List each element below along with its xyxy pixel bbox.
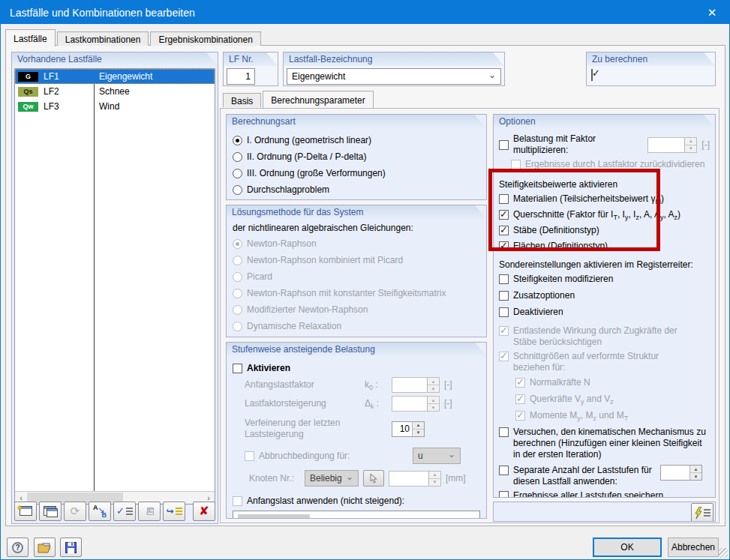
renumber-loadcases-button	[64, 502, 86, 521]
list-item-lf1[interactable]: G LF1 Eigengewicht	[15, 69, 215, 84]
spinner-value: 10	[392, 422, 412, 436]
optionen-header: Optionen	[494, 115, 715, 128]
anfangslast-combobox	[233, 511, 480, 519]
querschnitte-row[interactable]: Querschnitte (Faktor für IT, Iy, Iz, A, …	[499, 209, 710, 220]
querschnitte-checkbox[interactable]	[499, 210, 509, 220]
radio-label: Picard	[247, 271, 272, 283]
belastung-faktor-row: Belastung mit Faktor multiplizieren: [-]	[499, 133, 710, 156]
loadcase-list[interactable]: G LF1 Eigengewicht Qs LF2 Schnee Qw LF3 …	[14, 68, 215, 505]
tab-basis[interactable]: Basis	[223, 93, 261, 107]
radio-durchschlag[interactable]: Durchschlagproblem	[233, 184, 480, 196]
loadcase-name: Eigengewicht	[99, 71, 152, 82]
help-icon: ?	[12, 542, 23, 553]
loadcase-id: LF1	[44, 71, 59, 82]
help-button[interactable]: ?	[7, 538, 29, 557]
versuchen-checkbox[interactable]	[499, 427, 509, 437]
speichern-label: Ergebnisse aller Laststufen speichern	[513, 490, 663, 498]
stufenweise-header: Stufenweise ansteigende Belastung	[227, 343, 486, 356]
close-icon: ✕	[707, 6, 717, 19]
belastung-faktor-checkbox[interactable]	[499, 140, 509, 150]
activate-all-button[interactable]	[113, 502, 136, 521]
zu-berechnen-label: Zu berechnen	[587, 52, 715, 66]
lastfaktorsteigerung-spinner	[392, 396, 440, 412]
resize-grip[interactable]	[718, 548, 728, 558]
steifigkeiten-modifizieren-checkbox[interactable]	[499, 274, 509, 284]
cancel-button[interactable]: Abbrechen	[668, 538, 719, 557]
deaktivieren-checkbox[interactable]	[499, 307, 509, 317]
tab-lastkombinationen[interactable]: Lastkombinationen	[57, 31, 149, 46]
radio-ordnung-1[interactable]: I. Ordnung (geometrisch linear)	[233, 135, 480, 146]
dk-symbol: Δk :	[365, 398, 392, 409]
list-column-divider	[94, 69, 95, 492]
ok-button[interactable]: OK	[593, 538, 662, 557]
tab-lastfaelle[interactable]: Lastfälle	[5, 29, 56, 46]
spin-up-icon[interactable]	[413, 422, 424, 430]
tab-ergebniskombinationen[interactable]: Ergebniskombinationen	[150, 31, 260, 46]
param-tabs: Basis Berechnungsparameter	[223, 91, 375, 107]
copy-loadcase-button[interactable]	[39, 502, 62, 521]
save-button[interactable]	[60, 538, 82, 557]
staebe-row[interactable]: Stäbe (Definitionstyp)	[499, 225, 710, 236]
loadcase-name: Wind	[99, 101, 119, 112]
yellow-list-icon	[176, 508, 182, 515]
tab-berechnungsparameter[interactable]: Berechnungsparameter	[263, 91, 373, 108]
separate-row[interactable]: Separate Anzahl der Laststufen für diese…	[499, 465, 710, 487]
zusatzoptionen-checkbox[interactable]	[499, 291, 509, 301]
loadcase-id: LF2	[44, 86, 59, 97]
materialien-label: Materialien (Teilsicherheitsbeiwert γM)	[513, 193, 664, 205]
titlebar[interactable]: Lastfälle und Kombinationen bearbeiten	[1, 1, 729, 24]
to-calculate-list-button[interactable]	[163, 502, 185, 521]
flaechen-checkbox[interactable]	[499, 241, 509, 251]
schnittgroessen-label: Schnittgrößen auf verformte Struktur bez…	[513, 351, 671, 373]
versuchen-row[interactable]: Versuchen, den kinematischen Mechanismus…	[499, 427, 710, 460]
bezeichnung-label: Lastfall-Bezeichnung	[284, 52, 504, 66]
deaktivieren-row[interactable]: Deaktivieren	[499, 307, 710, 318]
edit-loadcases-dialog: Lastfälle und Kombinationen bearbeiten ✕…	[0, 0, 730, 560]
renumber-icon	[71, 505, 80, 518]
radio-label: Modifizierter Newton-Raphson	[247, 304, 368, 316]
loadcase-name: Schnee	[99, 86, 130, 97]
spin-down-icon	[685, 145, 696, 152]
materialien-row[interactable]: Materialien (Teilsicherheitsbeiwert γM)	[499, 193, 710, 205]
materialien-checkbox[interactable]	[499, 194, 509, 204]
radio-newton-raphson: Newton-Raphson	[233, 238, 480, 250]
radio-ordnung-3[interactable]: III. Ordnung (große Verformungen)	[233, 168, 480, 179]
lastfaktorsteigerung-label: Lastfaktorsteigerung	[245, 398, 365, 409]
lf-nr-input[interactable]: 1	[227, 68, 255, 85]
steifigkeiten-modifizieren-row[interactable]: Steifigkeiten modifizieren	[499, 274, 710, 285]
zusatzoptionen-row[interactable]: Zusatzoptionen	[499, 290, 710, 301]
radio-ordnung-2[interactable]: II. Ordnung (P-Delta / P-delta)	[233, 151, 480, 163]
open-button[interactable]	[34, 538, 56, 557]
entlastende-label: Entlastende Wirkung durch Zugkräfte der …	[513, 325, 701, 348]
radio-icon	[233, 152, 242, 162]
separate-checkbox[interactable]	[499, 466, 509, 475]
flaechen-row[interactable]: Flächen (Definitionstyp)	[499, 241, 710, 252]
speichern-row[interactable]: Ergebnisse aller Laststufen speichern	[499, 490, 710, 498]
close-button[interactable]: ✕	[695, 1, 729, 24]
unit-label: [-]	[701, 137, 710, 153]
knoten-row: Knoten Nr.: Beliebig [mm]	[249, 470, 480, 487]
abbruchbedingung-combobox: u	[413, 448, 461, 464]
new-loadcase-button[interactable]: ★	[14, 502, 37, 521]
staebe-checkbox[interactable]	[499, 226, 509, 235]
aktivieren-checkbox[interactable]	[233, 364, 242, 373]
delete-loadcase-button[interactable]	[193, 502, 215, 521]
belastung-faktor-label: Belastung mit Faktor multiplizieren:	[513, 133, 647, 156]
spin-down-icon[interactable]	[413, 430, 424, 436]
spin-up-icon[interactable]	[690, 466, 701, 473]
radio-icon	[233, 305, 242, 315]
spin-down-icon[interactable]	[690, 473, 701, 480]
aktivieren-checkbox-row[interactable]: Aktivieren	[233, 363, 480, 374]
speichern-checkbox[interactable]	[499, 491, 509, 498]
calculation-parameters-button[interactable]	[691, 503, 713, 522]
momente-label: Momente My, Mz und MT	[530, 410, 628, 421]
new-star-icon: ★	[17, 504, 23, 511]
bezeichnung-combobox[interactable]: Eigengewicht	[287, 68, 501, 85]
verfeinerung-spinner[interactable]: 10	[392, 421, 425, 437]
berechnungsart-header: Berechnungsart	[227, 115, 486, 128]
rename-loadcase-button[interactable]: A ↘ B	[89, 502, 111, 521]
zu-berechnen-checkbox[interactable]	[591, 69, 593, 81]
list-item-lf2[interactable]: Qs LF2 Schnee	[15, 84, 215, 99]
list-item-lf3[interactable]: Qw LF3 Wind	[15, 99, 215, 114]
separate-spinner[interactable]	[660, 465, 702, 481]
